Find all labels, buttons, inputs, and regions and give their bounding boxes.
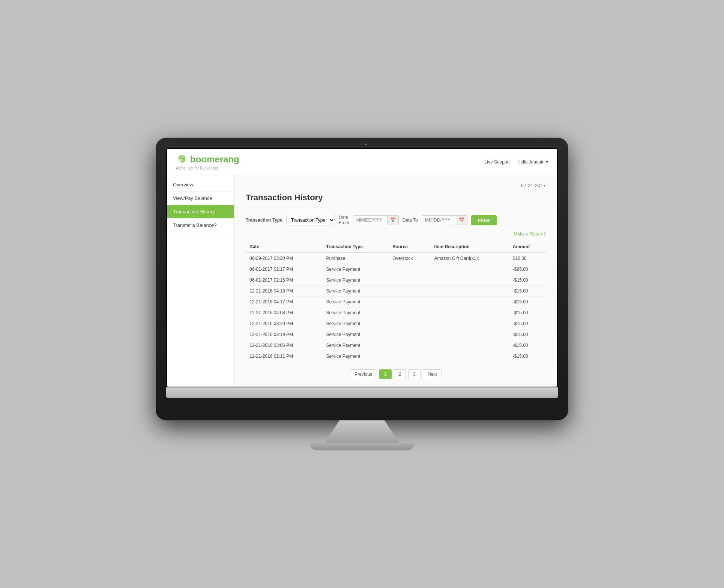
- date-to-input[interactable]: [422, 216, 456, 225]
- cell-amount: -$15.00: [509, 340, 546, 351]
- transaction-type-label: Transaction Type: [246, 218, 282, 223]
- cell-source: [389, 308, 430, 318]
- cell-amount: -$15.00: [509, 318, 546, 329]
- sidebar-item-view-pay-balance[interactable]: View/Pay Balance: [167, 192, 234, 205]
- cell-date: 12-21-2016 03:19 PM: [246, 329, 322, 340]
- cell-date: 06-01-2017 02:17 PM: [246, 264, 322, 275]
- cell-source: Overstock: [389, 253, 430, 264]
- table-row: 12-21-2016 03:29 PM Service Payment -$15…: [246, 318, 546, 329]
- table-header: Date Transaction Type Source Item Descri…: [246, 241, 546, 253]
- cell-date: 06-01-2017 02:16 PM: [246, 275, 322, 286]
- make-return-link[interactable]: Make a Return?: [246, 231, 546, 237]
- sidebar-item-transfer-balance[interactable]: Transfer a Balance?: [167, 219, 234, 232]
- date-from-label: DateFrom: [339, 215, 349, 225]
- pagination: Previous 1 2 3 Next: [246, 369, 546, 379]
- camera-light: [365, 144, 367, 145]
- date-from-input[interactable]: [353, 216, 387, 225]
- filter-row: Transaction Type Transaction Type Purcha…: [246, 215, 546, 225]
- cell-amount: -$15.00: [509, 297, 546, 308]
- col-source: Source: [389, 241, 430, 253]
- cell-description: [431, 275, 509, 286]
- cell-description: [431, 329, 509, 340]
- cell-amount: -$15.00: [509, 351, 546, 362]
- cell-description: Amazon Gift Card(x1);: [431, 253, 509, 264]
- table-row: 06-29-2017 03:20 PM Purchase Overstock A…: [246, 253, 546, 264]
- cell-description: [431, 264, 509, 275]
- date-to-label: Date To: [403, 218, 418, 223]
- cell-amount: $10.00: [509, 253, 546, 264]
- monitor-screen: boomerang Alpha, Not for Public Use Live…: [166, 148, 558, 387]
- logo-text: boomerang: [190, 154, 239, 165]
- cell-type: Service Payment: [322, 297, 389, 308]
- previous-button[interactable]: Previous: [350, 369, 377, 379]
- monitor-stand: [324, 420, 400, 443]
- date-from-calendar-btn[interactable]: 📅: [387, 216, 398, 225]
- cell-source: [389, 275, 430, 286]
- page-2-button[interactable]: 2: [394, 369, 406, 379]
- cell-date: 12-21-2016 04:08 PM: [246, 308, 322, 318]
- cell-date: 12-21-2016 04:17 PM: [246, 297, 322, 308]
- table-row: 06-01-2017 02:17 PM Service Payment -$95…: [246, 264, 546, 275]
- monitor-camera: [360, 143, 364, 146]
- cell-amount: -$15.00: [509, 275, 546, 286]
- cell-source: [389, 286, 430, 297]
- col-type: Transaction Type: [322, 241, 389, 253]
- cell-source: [389, 340, 430, 351]
- date-display: 07-21-2017: [246, 183, 546, 188]
- logo-icon: [176, 153, 188, 165]
- main-content: 07-21-2017 Transaction History Transacti…: [234, 175, 557, 387]
- cell-date: 12-21-2016 02:11 PM: [246, 351, 322, 362]
- logo: boomerang: [176, 153, 239, 165]
- cell-type: Service Payment: [322, 340, 389, 351]
- date-to-calendar-btn[interactable]: 📅: [456, 216, 467, 225]
- table-row: 12-21-2016 03:06 PM Service Payment -$15…: [246, 340, 546, 351]
- cell-type: Service Payment: [322, 329, 389, 340]
- cell-type: Service Payment: [322, 308, 389, 318]
- col-date: Date: [246, 241, 322, 253]
- table-row: 12-21-2016 04:17 PM Service Payment -$15…: [246, 297, 546, 308]
- table-row: 06-01-2017 02:16 PM Service Payment -$15…: [246, 275, 546, 286]
- cell-description: [431, 308, 509, 318]
- cell-date: 12-21-2016 03:29 PM: [246, 318, 322, 329]
- col-description: Item Description: [431, 241, 509, 253]
- header-right: Live Support Hello Joaquin ▾: [485, 159, 548, 165]
- page-1-button[interactable]: 1: [379, 369, 392, 379]
- cell-type: Service Payment: [322, 351, 389, 362]
- cell-description: [431, 340, 509, 351]
- table-body: 06-29-2017 03:20 PM Purchase Overstock A…: [246, 253, 546, 362]
- cell-type: Purchase: [322, 253, 389, 264]
- cell-source: [389, 351, 430, 362]
- cell-amount: -$15.00: [509, 329, 546, 340]
- cell-source: [389, 297, 430, 308]
- svg-point-0: [181, 158, 183, 159]
- cell-source: [389, 264, 430, 275]
- cell-amount: -$15.00: [509, 286, 546, 297]
- sidebar-item-overview[interactable]: Overview: [167, 178, 234, 192]
- live-support-link[interactable]: Live Support: [485, 159, 510, 165]
- app-body: Overview View/Pay Balance Transaction Hi…: [167, 175, 557, 387]
- cell-amount: -$95.00: [509, 264, 546, 275]
- next-button[interactable]: Next: [423, 369, 442, 379]
- cell-date: 12-21-2016 04:18 PM: [246, 286, 322, 297]
- cell-description: [431, 286, 509, 297]
- cell-date: 12-21-2016 03:06 PM: [246, 340, 322, 351]
- table-row: 12-21-2016 04:18 PM Service Payment -$15…: [246, 286, 546, 297]
- cell-type: Service Payment: [322, 318, 389, 329]
- logo-area: boomerang Alpha, Not for Public Use: [176, 153, 239, 170]
- table-row: 12-21-2016 02:11 PM Service Payment -$15…: [246, 351, 546, 362]
- cell-amount: -$15.00: [509, 308, 546, 318]
- cell-description: [431, 318, 509, 329]
- cell-type: Service Payment: [322, 275, 389, 286]
- cell-description: [431, 297, 509, 308]
- app-header: boomerang Alpha, Not for Public Use Live…: [167, 149, 557, 175]
- monitor-chin: [166, 387, 558, 398]
- transaction-type-select[interactable]: Transaction Type Purchase Service Paymen…: [286, 215, 335, 225]
- cell-description: [431, 351, 509, 362]
- page-3-button[interactable]: 3: [408, 369, 421, 379]
- hello-user-menu[interactable]: Hello Joaquin ▾: [517, 159, 548, 165]
- sidebar-item-transaction-history[interactable]: Transaction History: [167, 205, 234, 219]
- cell-type: Service Payment: [322, 286, 389, 297]
- filter-button[interactable]: Filter: [471, 215, 497, 225]
- sidebar: Overview View/Pay Balance Transaction Hi…: [167, 175, 234, 387]
- transaction-table: Date Transaction Type Source Item Descri…: [246, 241, 546, 362]
